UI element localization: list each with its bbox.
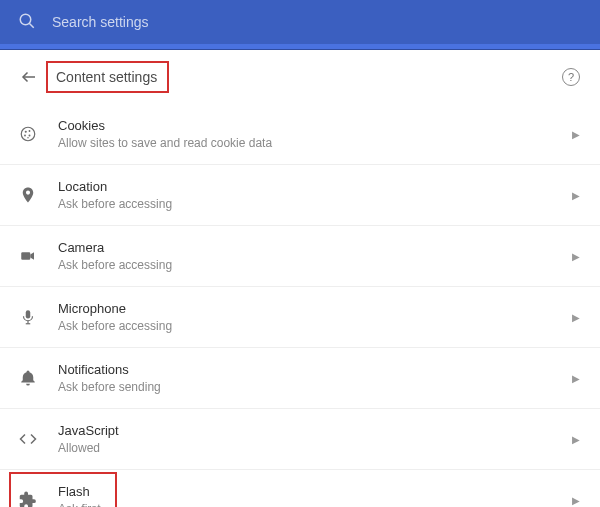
svg-rect-10 [26, 310, 31, 318]
row-subtitle: Allowed [58, 441, 552, 455]
search-input[interactable] [52, 14, 582, 30]
bell-icon [18, 369, 38, 387]
chevron-right-icon: ▶ [572, 495, 580, 506]
back-button[interactable] [20, 68, 38, 86]
svg-point-6 [24, 135, 26, 137]
row-cookies[interactable]: Cookies Allow sites to save and read coo… [0, 104, 600, 165]
header-row: Content settings ? [0, 50, 600, 104]
row-subtitle: Ask before accessing [58, 258, 552, 272]
svg-point-3 [21, 127, 35, 141]
camera-icon [18, 247, 38, 265]
row-title: Microphone [58, 301, 552, 316]
svg-point-5 [29, 130, 31, 132]
row-camera[interactable]: Camera Ask before accessing ▶ [0, 226, 600, 287]
row-flash[interactable]: Flash Ask first ▶ [0, 470, 600, 507]
row-subtitle: Ask before sending [58, 380, 552, 394]
svg-point-0 [20, 14, 31, 25]
row-notifications[interactable]: Notifications Ask before sending ▶ [0, 348, 600, 409]
search-bar [0, 0, 600, 44]
chevron-right-icon: ▶ [572, 190, 580, 201]
page-title-highlight: Content settings [46, 61, 169, 93]
row-title: JavaScript [58, 423, 552, 438]
row-subtitle: Ask first [58, 502, 552, 507]
svg-point-7 [29, 135, 31, 137]
location-icon [18, 186, 38, 204]
row-title: Flash [58, 484, 552, 499]
row-title: Notifications [58, 362, 552, 377]
microphone-icon [18, 308, 38, 326]
row-title: Cookies [58, 118, 552, 133]
chevron-right-icon: ▶ [572, 434, 580, 445]
svg-rect-9 [21, 252, 30, 260]
chevron-right-icon: ▶ [572, 251, 580, 262]
cookie-icon [18, 125, 38, 143]
row-javascript[interactable]: JavaScript Allowed ▶ [0, 409, 600, 470]
row-microphone[interactable]: Microphone Ask before accessing ▶ [0, 287, 600, 348]
chevron-right-icon: ▶ [572, 312, 580, 323]
search-icon [18, 12, 36, 33]
row-subtitle: Ask before accessing [58, 197, 552, 211]
row-location[interactable]: Location Ask before accessing ▶ [0, 165, 600, 226]
help-button[interactable]: ? [562, 68, 580, 86]
page-title: Content settings [56, 69, 157, 85]
svg-point-4 [25, 131, 27, 133]
code-icon [18, 430, 38, 448]
row-subtitle: Ask before accessing [58, 319, 552, 333]
svg-point-8 [27, 137, 29, 139]
chevron-right-icon: ▶ [572, 373, 580, 384]
extension-icon [18, 491, 38, 507]
row-title: Camera [58, 240, 552, 255]
row-title: Location [58, 179, 552, 194]
chevron-right-icon: ▶ [572, 129, 580, 140]
settings-list: Cookies Allow sites to save and read coo… [0, 104, 600, 507]
svg-line-1 [29, 23, 34, 28]
row-subtitle: Allow sites to save and read cookie data [58, 136, 552, 150]
